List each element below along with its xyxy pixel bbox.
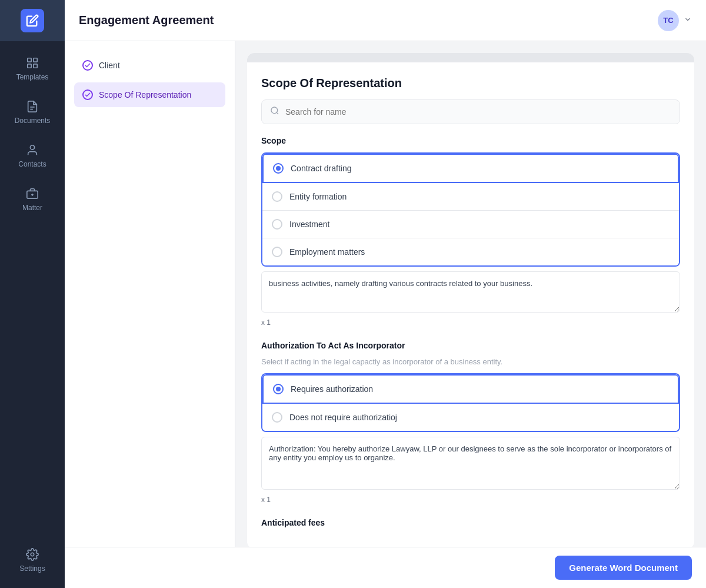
sidebar-item-matter-label: Matter bbox=[22, 204, 42, 212]
search-icon bbox=[270, 106, 279, 118]
main-container: Engagement Agreement TC Client bbox=[65, 0, 706, 588]
scope-field-section: Scope Contract drafting Entity formation bbox=[261, 136, 680, 327]
sidebar-item-settings-label: Settings bbox=[19, 564, 45, 573]
top-bar: Engagement Agreement TC bbox=[65, 0, 706, 41]
logo-icon bbox=[21, 9, 44, 32]
radio-circle-contract-drafting bbox=[273, 163, 284, 174]
sidebar-item-contacts-label: Contacts bbox=[18, 160, 46, 168]
radio-circle-no-auth bbox=[272, 412, 282, 423]
scope-radio-group: Contract drafting Entity formation Inves… bbox=[261, 152, 680, 267]
step-client-label: Client bbox=[99, 61, 120, 70]
bottom-bar: Generate Word Document bbox=[65, 547, 706, 588]
auth-option-no-auth-label: Does not require authorizatioj bbox=[289, 413, 397, 422]
radio-circle-investment bbox=[272, 219, 282, 230]
step-client[interactable]: Client bbox=[74, 53, 225, 78]
radio-circle-entity-formation bbox=[272, 191, 282, 202]
authorization-textarea[interactable]: Authorization: You hereby authorize Lawy… bbox=[261, 437, 680, 490]
sidebar-item-matter[interactable]: Matter bbox=[0, 178, 65, 221]
authorization-radio-group: Requires authorization Does not require … bbox=[261, 373, 680, 432]
page-title: Engagement Agreement bbox=[79, 14, 214, 27]
search-input[interactable] bbox=[285, 107, 671, 117]
scope-option-employment-matters[interactable]: Employment matters bbox=[262, 238, 679, 265]
sidebar-item-contacts[interactable]: Contacts bbox=[0, 134, 65, 178]
svg-point-6 bbox=[30, 145, 34, 150]
authorization-description: Select if acting in the legal capactiy a… bbox=[261, 357, 680, 366]
radio-circle-requires-auth bbox=[273, 384, 284, 394]
step-check-client bbox=[82, 60, 93, 71]
svg-point-10 bbox=[31, 553, 34, 556]
sidebar-bottom: Settings bbox=[0, 539, 65, 588]
scope-multiplier: x 1 bbox=[261, 318, 680, 327]
svg-line-12 bbox=[277, 112, 278, 114]
svg-point-11 bbox=[271, 107, 278, 114]
search-box bbox=[261, 99, 680, 124]
radio-circle-employment-matters bbox=[272, 247, 282, 257]
svg-rect-3 bbox=[34, 64, 37, 68]
scope-option-investment[interactable]: Investment bbox=[262, 211, 679, 238]
step-scope-label: Scope Of Representation bbox=[99, 90, 191, 99]
sidebar-item-templates[interactable]: Templates bbox=[0, 47, 65, 91]
authorization-label: Authorization To Act As Incorporator bbox=[261, 341, 680, 350]
chevron-down-icon[interactable] bbox=[684, 15, 692, 26]
left-panel: Client Scope Of Representation bbox=[65, 41, 235, 547]
sidebar-item-settings[interactable]: Settings bbox=[0, 539, 65, 582]
scope-label: Scope bbox=[261, 136, 680, 145]
sidebar-item-templates-label: Templates bbox=[16, 73, 49, 81]
scope-option-contract-drafting-label: Contract drafting bbox=[291, 164, 352, 173]
right-panel: Scope Of Representation Scop bbox=[235, 41, 706, 547]
section-heading: Scope Of Representation bbox=[261, 77, 680, 90]
scope-option-contract-drafting[interactable]: Contract drafting bbox=[262, 154, 679, 183]
scope-textarea[interactable]: business activities, namely drafting var… bbox=[261, 271, 680, 313]
scope-option-entity-formation-label: Entity formation bbox=[289, 192, 347, 201]
svg-rect-2 bbox=[28, 64, 31, 68]
sidebar-item-documents[interactable]: Documents bbox=[0, 91, 65, 134]
auth-option-requires-label: Requires authorization bbox=[291, 384, 373, 394]
scope-option-entity-formation[interactable]: Entity formation bbox=[262, 183, 679, 211]
content-area: Client Scope Of Representation Scope Of … bbox=[65, 41, 706, 547]
anticipated-fees-label: Anticipated fees bbox=[261, 518, 680, 527]
svg-rect-0 bbox=[28, 58, 31, 62]
authorization-multiplier: x 1 bbox=[261, 496, 680, 504]
scope-option-investment-label: Investment bbox=[289, 220, 329, 229]
authorization-field-section: Authorization To Act As Incorporator Sel… bbox=[261, 341, 680, 504]
sidebar: Templates Documents Contacts bbox=[0, 0, 65, 588]
generate-word-document-button[interactable]: Generate Word Document bbox=[555, 556, 692, 580]
auth-option-requires[interactable]: Requires authorization bbox=[262, 374, 679, 404]
svg-rect-1 bbox=[34, 58, 37, 62]
auth-option-no-auth[interactable]: Does not require authorizatioj bbox=[262, 404, 679, 431]
step-scope[interactable]: Scope Of Representation bbox=[74, 82, 225, 107]
section-top-divider bbox=[247, 53, 694, 62]
section-content: Scope Of Representation Scop bbox=[247, 62, 694, 547]
sidebar-nav: Templates Documents Contacts bbox=[0, 41, 65, 221]
sidebar-item-documents-label: Documents bbox=[15, 117, 51, 125]
sidebar-logo bbox=[0, 0, 65, 41]
section-card: Scope Of Representation Scop bbox=[247, 53, 694, 547]
step-check-scope bbox=[82, 89, 93, 100]
avatar[interactable]: TC bbox=[658, 10, 679, 31]
scope-option-employment-matters-label: Employment matters bbox=[289, 247, 365, 257]
top-bar-right: TC bbox=[658, 10, 692, 31]
